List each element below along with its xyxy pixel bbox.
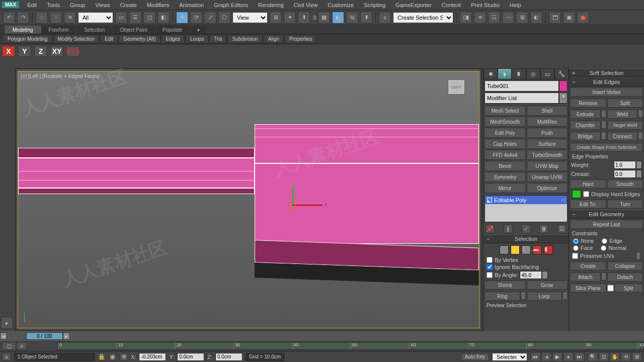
loop-spinner[interactable] <box>562 292 568 300</box>
rbtn-properties[interactable]: Properties <box>285 35 317 43</box>
weld-settings[interactable] <box>638 110 643 118</box>
stack-editable-poly[interactable]: ▪ Editable Poly ◁ <box>485 196 567 204</box>
by-angle-checkbox[interactable] <box>487 272 493 278</box>
next-frame-button[interactable]: ▸ <box>564 352 574 361</box>
subobj-edge[interactable]: ╱ <box>511 245 520 254</box>
attach-button[interactable]: Attach <box>570 273 601 282</box>
ring-spinner[interactable] <box>521 292 526 300</box>
stack-pin-button[interactable]: 📌 <box>486 224 495 233</box>
menu-help[interactable]: Help <box>505 1 526 9</box>
pan-button[interactable]: ✋ <box>610 352 620 361</box>
connect-button[interactable]: Connect <box>607 132 638 141</box>
axis-y[interactable]: Y <box>18 46 31 57</box>
gizmo-xy-plane[interactable] <box>288 202 295 209</box>
split-button-2[interactable]: Split <box>614 284 643 293</box>
mod-symmetry[interactable]: Symmetry <box>485 172 526 182</box>
menu-rendering[interactable]: Rendering <box>253 1 289 9</box>
rbtn-edit[interactable]: Edit <box>100 35 118 43</box>
select-object-button[interactable]: ▭ <box>115 12 127 24</box>
menu-tools[interactable]: Tools <box>42 1 65 9</box>
stack-show-button[interactable]: ∥ <box>504 224 513 233</box>
menu-scripting[interactable]: Scripting <box>359 1 390 9</box>
chamfer-button[interactable]: Chamfer <box>570 121 601 130</box>
curve-editor-button[interactable]: 〰 <box>502 12 514 24</box>
menu-views[interactable]: Views <box>90 1 115 9</box>
ring-button[interactable]: Ring <box>485 292 520 301</box>
weld-button[interactable]: Weld <box>607 110 638 119</box>
viewcube-face[interactable]: LEFT <box>448 79 465 95</box>
subobj-polygon[interactable]: ▬ <box>533 245 542 254</box>
spinner-arrows[interactable] <box>636 161 642 169</box>
axis-x[interactable]: X <box>2 46 15 57</box>
mod-edit-poly[interactable]: Edit Poly <box>485 128 526 138</box>
mod-meshsmooth[interactable]: MeshSmooth <box>485 117 526 127</box>
ribbon-toggle[interactable]: ▾ <box>190 26 207 34</box>
isolate-button[interactable]: ◉ <box>109 353 117 361</box>
render-button[interactable]: 🫖 <box>577 12 589 24</box>
mod-cap-holes[interactable]: Cap Holes <box>485 139 526 149</box>
stack-config-button[interactable]: ☰ <box>557 224 567 233</box>
smooth-button[interactable]: Smooth <box>607 179 643 189</box>
viewport-label[interactable]: [+] [Left ] [Realistic + Edged Faces] <box>21 73 100 79</box>
subobj-border[interactable]: ◊ <box>522 245 531 254</box>
link-button[interactable]: ⁘ <box>36 12 48 24</box>
menu-animation[interactable]: Animation <box>174 1 209 9</box>
rbtn-modify-selection[interactable]: Modify Selection <box>53 35 99 43</box>
spinner-arrows[interactable] <box>542 271 548 279</box>
zoom-button[interactable]: 🔍 <box>588 352 598 361</box>
angle-snap-button[interactable]: ◐ <box>332 12 344 24</box>
target-weld-button[interactable]: Target Weld <box>607 121 643 130</box>
mod-push[interactable]: Push <box>527 128 568 138</box>
constraint-normal-radio[interactable] <box>601 245 606 251</box>
mod-ffd[interactable]: FFD 4x4x4 <box>485 150 526 160</box>
key-filters[interactable]: Selected <box>492 353 527 361</box>
mod-mirror[interactable]: Mirror <box>485 183 526 193</box>
viewport-canvas[interactable]: [+] [Left ] [Realistic + Edged Faces] x <box>18 71 479 328</box>
window-crossing-button[interactable]: ◧ <box>157 12 170 24</box>
rollout-edit-geometry[interactable]: −Edit Geometry <box>569 210 644 219</box>
cmd-tab-motion[interactable]: ◎ <box>526 68 540 79</box>
menu-content[interactable]: Content <box>437 1 466 9</box>
preserve-uvs-settings[interactable] <box>636 252 641 260</box>
axis-xy-restrict[interactable]: XYn <box>66 46 79 57</box>
percent-snap-button[interactable]: % <box>346 12 358 24</box>
rbtn-subdivision[interactable]: Subdivision <box>227 35 262 43</box>
mod-uvw-map[interactable]: UVW Map <box>527 161 568 171</box>
hard-edge-color[interactable] <box>572 190 581 198</box>
mod-bevel[interactable]: Bevel <box>485 161 526 171</box>
zoom-all-button[interactable]: ⊡ <box>599 352 609 361</box>
time-slider[interactable]: 0 / 100 <box>26 332 63 340</box>
by-vertex-checkbox[interactable] <box>487 257 493 263</box>
goto-end-button[interactable]: ⏭ <box>575 352 585 361</box>
object-color-swatch[interactable] <box>559 80 568 92</box>
menu-create[interactable]: Create <box>115 1 142 9</box>
edit-tri-button[interactable]: Edit Tri. <box>570 200 606 209</box>
x-coord-input[interactable] <box>139 353 166 361</box>
extrude-settings[interactable] <box>601 110 606 118</box>
rbtn-tris[interactable]: Tris <box>209 35 226 43</box>
play-button[interactable]: ▶ <box>552 352 562 361</box>
cmd-tab-create[interactable]: ✺ <box>484 68 498 79</box>
placement-button[interactable]: ⬡ <box>218 12 230 24</box>
redo-button[interactable]: ↷ <box>17 12 29 24</box>
grow-button[interactable]: Grow <box>527 281 568 290</box>
modifier-list-combo[interactable] <box>485 93 559 104</box>
menu-customize[interactable]: Customize <box>323 1 359 9</box>
bridge-settings[interactable] <box>601 132 606 140</box>
mod-optimize[interactable]: Optimize <box>527 183 568 193</box>
menu-modifiers[interactable]: Modifiers <box>142 1 175 9</box>
spinner-snap-button[interactable]: ⬍ <box>360 12 372 24</box>
snap-toggle-button[interactable]: ▦ <box>318 12 330 24</box>
stack-unique-button[interactable]: ✓ <box>522 224 531 233</box>
repeat-last-button[interactable]: Repeat Last <box>570 220 643 229</box>
viewcube[interactable]: LEFT <box>444 76 469 102</box>
menu-gameexporter[interactable]: GameExporter <box>390 1 437 9</box>
connect-settings[interactable] <box>638 132 643 140</box>
weight-spinner[interactable] <box>614 161 636 169</box>
rbtn-geometry-all[interactable]: Geometry (All) <box>119 35 160 43</box>
scale-button[interactable]: ⤢ <box>204 12 216 24</box>
bind-button[interactable]: ≋ <box>64 12 76 24</box>
manipulate-button[interactable]: ✦ <box>284 12 296 24</box>
modifier-stack[interactable]: ▪ Editable Poly ◁ <box>485 195 568 222</box>
goto-start-button[interactable]: ⏮ <box>530 352 540 361</box>
